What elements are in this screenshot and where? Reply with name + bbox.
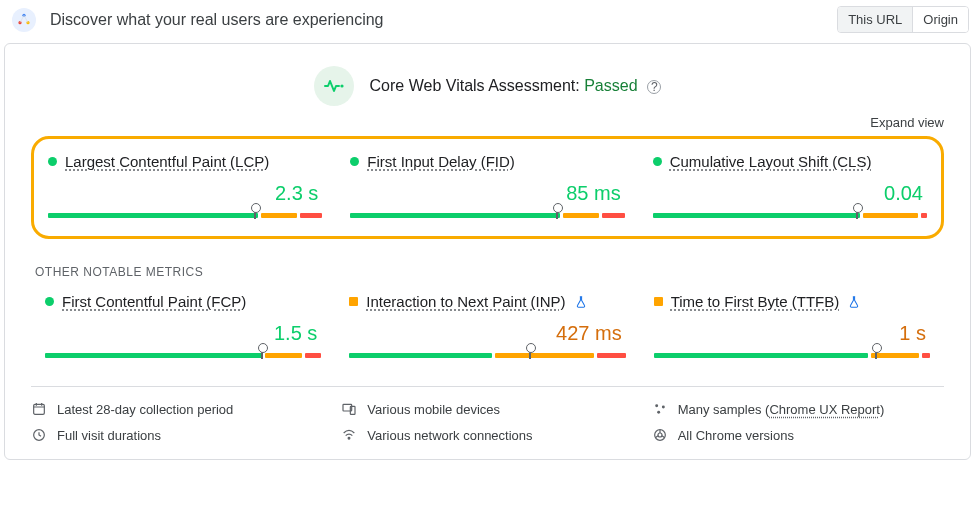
bar-marker <box>254 208 256 219</box>
metric-name[interactable]: Largest Contentful Paint (LCP) <box>65 153 269 170</box>
toggle-this-url[interactable]: This URL <box>838 7 913 32</box>
svg-rect-6 <box>34 404 45 414</box>
svg-point-15 <box>658 433 662 437</box>
footer-versions: All Chrome versions <box>652 427 944 443</box>
core-metrics-group: Largest Contentful Paint (LCP)2.3 sFirst… <box>31 136 944 239</box>
footer-period: Latest 28-day collection period <box>31 401 323 417</box>
footer-network: Various network connections <box>341 427 633 443</box>
metric-card: Largest Contentful Paint (LCP)2.3 s <box>48 153 322 218</box>
metric-value: 2.3 s <box>48 182 322 205</box>
svg-point-9 <box>655 404 658 407</box>
metric-name[interactable]: Cumulative Layout Shift (CLS) <box>670 153 872 170</box>
svg-point-11 <box>657 411 660 414</box>
devices-icon <box>341 401 357 417</box>
metric-value: 0.04 <box>653 182 927 205</box>
bar-segment <box>871 353 919 358</box>
bar-segment <box>45 353 262 358</box>
status-dot-good <box>653 157 662 166</box>
svg-line-4 <box>24 15 28 22</box>
distribution-bar <box>350 213 624 218</box>
metric-value: 427 ms <box>349 322 625 345</box>
scope-toggle: This URL Origin <box>837 6 969 33</box>
other-metrics-label: OTHER NOTABLE METRICS <box>35 265 944 279</box>
svg-point-2 <box>26 21 29 24</box>
status-dot-needs-improvement <box>654 297 663 306</box>
flask-icon[interactable] <box>847 295 861 309</box>
footer-devices: Various mobile devices <box>341 401 633 417</box>
bar-segment <box>654 353 868 358</box>
crux-panel: Core Web Vitals Assessment: Passed ? Exp… <box>4 43 971 460</box>
bar-marker <box>556 208 558 219</box>
flask-icon[interactable] <box>574 295 588 309</box>
bar-segment <box>597 353 625 358</box>
bar-marker <box>875 348 877 359</box>
svg-line-3 <box>20 15 24 22</box>
metric-value: 1.5 s <box>45 322 321 345</box>
help-icon[interactable]: ? <box>647 80 661 94</box>
metric-value: 1 s <box>654 322 930 345</box>
chrome-ux-report-link[interactable]: Chrome UX Report <box>769 402 880 417</box>
assessment-text: Core Web Vitals Assessment: Passed ? <box>370 77 662 95</box>
header-crux-icon <box>12 8 36 32</box>
bar-segment <box>261 213 297 218</box>
toggle-origin[interactable]: Origin <box>913 7 968 32</box>
page-title: Discover what your real users are experi… <box>50 11 837 29</box>
metric-name[interactable]: First Input Delay (FID) <box>367 153 515 170</box>
bar-segment <box>921 213 927 218</box>
metric-card: First Contentful Paint (FCP)1.5 s <box>45 293 321 358</box>
metric-name[interactable]: Time to First Byte (TTFB) <box>671 293 840 310</box>
pulse-icon <box>314 66 354 106</box>
status-dot-good <box>48 157 57 166</box>
metric-value: 85 ms <box>350 182 624 205</box>
distribution-bar <box>45 353 321 358</box>
clock-icon <box>31 427 47 443</box>
samples-icon <box>652 401 668 417</box>
distribution-bar <box>349 353 625 358</box>
metric-card: First Input Delay (FID)85 ms <box>350 153 624 218</box>
svg-point-5 <box>340 84 343 87</box>
other-metrics-group: First Contentful Paint (FCP)1.5 sInterac… <box>31 293 944 364</box>
status-dot-good <box>45 297 54 306</box>
distribution-bar <box>48 213 322 218</box>
footer-visits: Full visit durations <box>31 427 323 443</box>
bar-segment <box>350 213 560 218</box>
svg-point-10 <box>662 406 665 409</box>
distribution-bar <box>653 213 927 218</box>
distribution-bar <box>654 353 930 358</box>
bar-segment <box>563 213 599 218</box>
chrome-icon <box>652 427 668 443</box>
bar-segment <box>653 213 860 218</box>
bar-segment <box>300 213 322 218</box>
metric-card: Cumulative Layout Shift (CLS)0.04 <box>653 153 927 218</box>
bar-segment <box>922 353 930 358</box>
status-dot-needs-improvement <box>349 297 358 306</box>
bar-segment <box>265 353 301 358</box>
expand-view-link[interactable]: Expand view <box>870 115 944 130</box>
assessment-status: Passed <box>584 77 637 94</box>
bar-marker <box>261 348 263 359</box>
bar-marker <box>856 208 858 219</box>
metric-card: Time to First Byte (TTFB)1 s <box>654 293 930 358</box>
metric-name[interactable]: First Contentful Paint (FCP) <box>62 293 246 310</box>
wifi-icon <box>341 427 357 443</box>
svg-rect-8 <box>351 406 356 414</box>
bar-segment <box>863 213 919 218</box>
bar-segment <box>305 353 322 358</box>
metric-name[interactable]: Interaction to Next Paint (INP) <box>366 293 565 310</box>
svg-point-13 <box>348 437 350 439</box>
footer-samples: Many samples (Chrome UX Report) <box>652 401 944 417</box>
bar-marker <box>529 348 531 359</box>
status-dot-good <box>350 157 359 166</box>
bar-segment <box>48 213 258 218</box>
metric-card: Interaction to Next Paint (INP)427 ms <box>349 293 625 358</box>
bar-segment <box>495 353 595 358</box>
bar-segment <box>602 213 624 218</box>
bar-segment <box>349 353 491 358</box>
calendar-icon <box>31 401 47 417</box>
